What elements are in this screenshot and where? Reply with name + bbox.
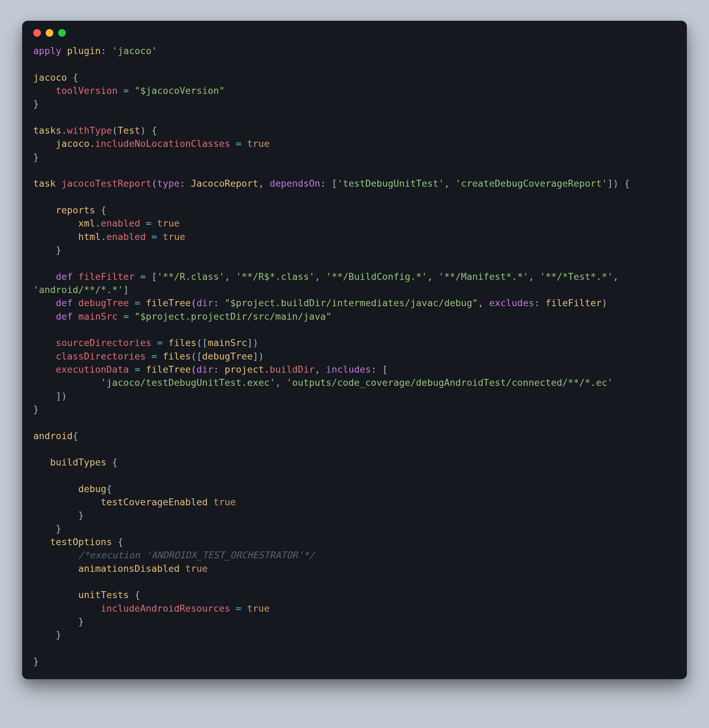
dependsOn-label: dependsOn	[270, 178, 320, 189]
JacocoReport-type: JacocoReport	[191, 178, 258, 189]
mainSrc-var: mainSrc	[78, 311, 118, 322]
comment-orchestrator: /*execution 'ANDROIDX_TEST_ORCHESTRATOR'…	[78, 550, 315, 560]
testOptions-block: testOptions	[50, 536, 112, 547]
keyword-apply: apply	[33, 45, 61, 56]
task-keyword: task	[33, 178, 56, 189]
testCoverageEnabled-prop: testCoverageEnabled	[101, 497, 208, 507]
jacoco-block: jacoco	[33, 72, 67, 83]
type-label: type	[157, 178, 180, 189]
classDirectories-prop: classDirectories	[56, 351, 146, 361]
macos-titlebar	[33, 29, 676, 37]
close-icon[interactable]	[33, 29, 41, 37]
sourceDirectories-prop: sourceDirectories	[56, 337, 151, 348]
code-block: apply plugin: 'jacoco' jacoco { toolVers…	[33, 44, 676, 668]
buildTypes-block: buildTypes	[50, 457, 106, 468]
animationsDisabled-prop: animationsDisabled	[78, 563, 180, 574]
debug-block: debug	[78, 484, 106, 494]
string-jacoco-version: "$jacocoVersion"	[135, 85, 225, 96]
boolean-true: true	[247, 138, 270, 149]
withType-call: withType	[67, 125, 112, 136]
debugTree-var: debugTree	[78, 298, 129, 308]
string-jacoco: 'jacoco'	[112, 45, 157, 56]
minimize-icon[interactable]	[46, 29, 53, 37]
Test-type: Test	[118, 125, 140, 136]
toolVersion-prop: toolVersion	[56, 85, 118, 96]
includeAndroidResources-prop: includeAndroidResources	[101, 603, 230, 614]
unitTests-block: unitTests	[78, 589, 129, 600]
android-block: android	[33, 430, 73, 441]
fileFilter-var: fileFilter	[78, 271, 135, 282]
includeNoLocationClasses-prop: includeNoLocationClasses	[95, 138, 230, 149]
executionData-prop: executionData	[56, 364, 129, 375]
reports-block: reports	[56, 205, 95, 215]
maximize-icon[interactable]	[58, 29, 66, 37]
code-window: apply plugin: 'jacoco' jacoco { toolVers…	[22, 21, 687, 679]
jacocoTestReport-name: jacocoTestReport	[61, 178, 151, 189]
tasks-ident: tasks	[33, 125, 61, 136]
plugin-label: plugin	[67, 45, 101, 56]
